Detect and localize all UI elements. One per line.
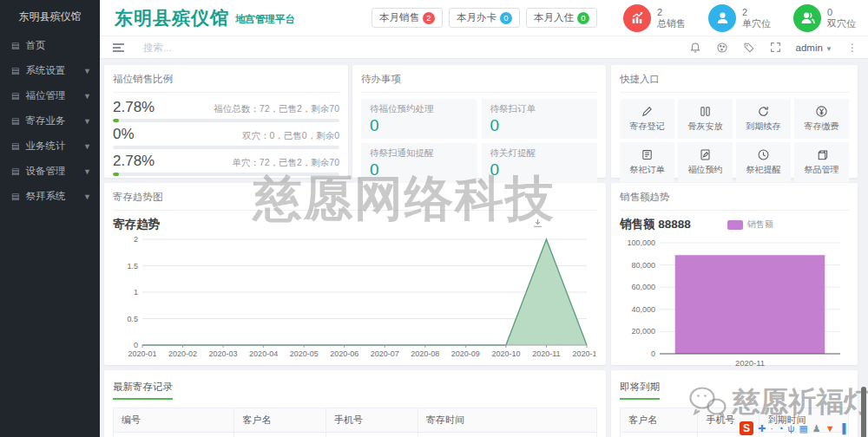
half-icon[interactable]: ▐	[839, 422, 846, 434]
tag-icon[interactable]	[743, 42, 755, 54]
pencil-icon	[641, 105, 654, 118]
app-logo-subtitle: 地宫管理平台	[235, 13, 295, 26]
ratio-label: 单穴：72，已售2，剩余70	[232, 157, 339, 169]
order-icon	[641, 148, 654, 161]
bell-icon[interactable]	[689, 42, 701, 54]
menu-grid-icon: ▤	[11, 66, 19, 75]
count-badge: 2	[423, 12, 435, 24]
todo-card: 待办事项 待福位预约处理 0 待祭扫订单 0 待祭扫通知提醒 0 待关灯提醒 0	[352, 65, 606, 178]
svg-text:2: 2	[134, 235, 138, 244]
quick-renewal[interactable]: 到期续存	[736, 99, 791, 139]
quick-niche-reservation[interactable]: 福位预约	[678, 142, 733, 182]
niche-sales-ratio-card: 福位销售比例 2.78% 福位总数：72，已售2，剩余70 0% 双穴：0，已售…	[104, 65, 348, 178]
bar-chart-icon	[623, 4, 651, 32]
svg-text:2020-10: 2020-10	[491, 349, 520, 358]
svg-text:2020-04: 2020-04	[249, 349, 278, 358]
search-input[interactable]	[143, 42, 317, 53]
ratio-row-total: 2.78% 福位总数：72，已售2，剩余70	[113, 99, 339, 122]
ratio-label: 福位总数：72，已售2，剩余70	[214, 103, 339, 115]
svg-text:2020-08: 2020-08	[411, 349, 439, 358]
chevron-down-icon: ▼	[83, 67, 91, 75]
ratio-percent: 2.78%	[113, 99, 155, 116]
card-title: 寄存趋势图	[113, 191, 597, 211]
chart-title: 寄存趋势	[113, 217, 160, 232]
tab-expiring-soon[interactable]: 即将到期	[620, 381, 660, 400]
person-icon[interactable]: ♟	[812, 422, 821, 434]
stat-label: 总销售	[657, 18, 686, 29]
customer-name: 哈吉斯	[234, 433, 326, 437]
clock-icon	[757, 148, 770, 161]
main-header: 东明县殡仪馆 地宫管理平台 本月销售 2 本月办卡 0 本月入住 0 2 总销售	[100, 0, 868, 36]
sogou-icon[interactable]: S	[740, 421, 753, 435]
cart-icon[interactable]: ▼	[825, 422, 835, 434]
total-sales-stat: 2 总销售	[623, 4, 686, 32]
scrollbar-thumb[interactable]	[861, 387, 866, 437]
chevron-down-icon: ▼	[83, 167, 91, 176]
menu-grid-icon: ▤	[11, 166, 19, 176]
monthly-cards-button[interactable]: 本月办卡 0	[449, 8, 520, 28]
monthly-checkin-button[interactable]: 本月入住 0	[526, 8, 597, 28]
svg-text:2020-03: 2020-03	[209, 349, 238, 358]
sales-trend-card: 销售额趋势 销售额 88888 销售额 020,00040,00060,0008…	[611, 183, 858, 365]
chart-title: 销售额 88888	[620, 217, 691, 232]
todo-sweep-orders[interactable]: 待祭扫订单 0	[482, 99, 598, 139]
clock-icon[interactable]: ◔	[778, 422, 784, 434]
phone-number	[326, 433, 418, 437]
plus-icon[interactable]: ✚	[758, 422, 766, 434]
user-menu[interactable]: admin ▼	[796, 42, 832, 53]
latest-deposit-records-card: 最新寄存记录 编号 客户名 手机号 寄存时间 REG-1864202011141…	[104, 370, 606, 437]
quick-offerings-management[interactable]: 祭品管理	[794, 142, 849, 182]
fullscreen-icon[interactable]	[770, 42, 781, 53]
sidebar-item-niche-management[interactable]: ▤ 福位管理 ▼	[0, 83, 100, 108]
stat-label: 双穴位	[827, 18, 856, 29]
mic-icon[interactable]: ψ	[788, 422, 795, 434]
progress-bar	[113, 146, 339, 149]
svg-text:100,000: 100,000	[627, 238, 655, 247]
sidebar-item-device-management[interactable]: ▤ 设备管理 ▼	[0, 159, 100, 184]
spark-icon[interactable]: ·	[770, 422, 773, 434]
menu-grid-icon: ▤	[11, 91, 19, 101]
sidebar-item-deposit-business[interactable]: ▤ 寄存业务 ▼	[0, 108, 100, 134]
ratio-percent: 2.78%	[113, 153, 155, 170]
table-row: REG-186420201114144615 哈吉斯 2020-11-14 14…	[114, 433, 597, 437]
stat-circles: 2 总销售 2 单穴位 0 双穴位	[623, 4, 856, 32]
caret-down-icon: ▼	[825, 45, 832, 53]
svg-text:2020-02: 2020-02	[168, 349, 197, 358]
card-title: 待办事项	[361, 73, 597, 93]
sidebar-item-system-settings[interactable]: ▤ 系统设置 ▼	[0, 58, 100, 83]
keyboard-icon[interactable]: ▦	[799, 422, 807, 434]
download-icon[interactable]	[532, 217, 543, 232]
svg-text:40,000: 40,000	[631, 305, 655, 314]
todo-sweep-notifications[interactable]: 待祭扫通知提醒 0	[361, 143, 477, 183]
deposit-trend-chart: 00.511.522020-012020-022020-032020-04202…	[113, 232, 597, 371]
quick-sacrifice-orders[interactable]: 祭祀订单	[620, 142, 674, 182]
quick-deposit-payment[interactable]: 寄存缴费	[794, 99, 849, 139]
svg-text:2020-07: 2020-07	[371, 349, 399, 358]
menu-grid-icon: ▤	[11, 192, 19, 201]
monthly-sales-button[interactable]: 本月销售 2	[372, 8, 443, 28]
quick-ash-placement[interactable]: 骨灰安放	[678, 99, 733, 139]
count-badge: 0	[500, 12, 512, 24]
svg-text:2020-06: 2020-06	[330, 349, 358, 358]
menu-fold-icon[interactable]	[113, 42, 124, 54]
todo-niche-reservation[interactable]: 待福位预约处理 0	[361, 99, 477, 139]
progress-bar	[113, 173, 339, 176]
latest-records-table: 编号 客户名 手机号 寄存时间 REG-186420201114144615 哈…	[113, 408, 597, 437]
sidebar-item-home[interactable]: ▤ 首页	[0, 33, 100, 58]
card-title: 快捷入口	[620, 73, 849, 93]
quick-sacrifice-reminder[interactable]: 祭祀提醒	[736, 142, 791, 182]
people-icon	[793, 4, 821, 32]
sidebar-item-worship-system[interactable]: ▤ 祭拜系统 ▼	[0, 184, 100, 209]
legend-swatch	[727, 220, 743, 230]
quick-deposit-register[interactable]: 寄存登记	[620, 99, 674, 139]
sidebar-item-business-stats[interactable]: ▤ 业务统计 ▼	[0, 134, 100, 159]
yen-icon	[815, 105, 828, 118]
stat-label: 单穴位	[742, 18, 771, 29]
theme-palette-icon[interactable]	[716, 42, 728, 54]
svg-text:2020-01: 2020-01	[128, 349, 156, 358]
tab-latest-records[interactable]: 最新寄存记录	[113, 381, 173, 400]
todo-lamp-off-reminder[interactable]: 待关灯提醒 0	[482, 143, 598, 183]
svg-text:0: 0	[651, 349, 655, 358]
ratio-label: 双穴：0，已售0，剩余0	[242, 130, 339, 142]
more-menu-icon[interactable]: ⋮	[847, 42, 858, 54]
